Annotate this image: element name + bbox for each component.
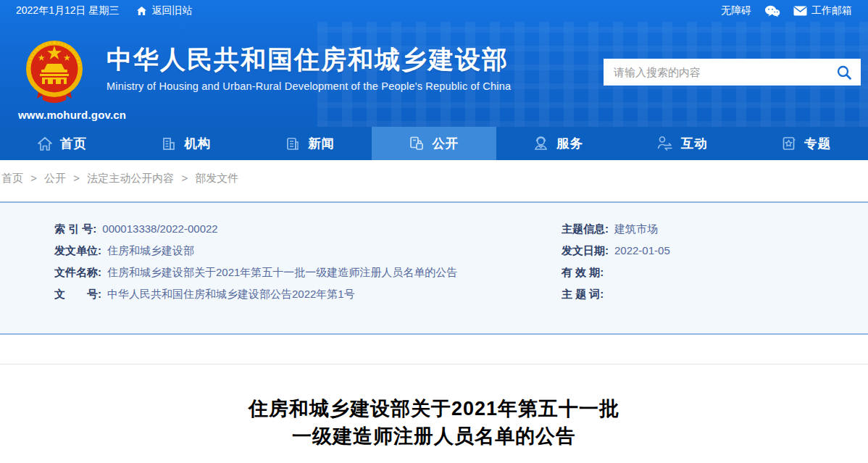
breadcrumb-disclosure[interactable]: 公开 <box>44 172 66 184</box>
breadcrumb-home[interactable]: 首页 <box>1 172 23 184</box>
meta-label: 索 引 号: <box>54 222 96 235</box>
nav-item-news[interactable]: 新闻 <box>248 127 372 160</box>
meta-row-index-number: 索 引 号: 000013338/2022-00022 <box>54 222 562 235</box>
home-glyph-icon <box>136 6 147 16</box>
meta-label: 有 效 期: <box>562 266 604 279</box>
meta-row-subject-words: 主 题 词: <box>562 288 868 301</box>
meta-value: 住房和城乡建设部关于2021年第五十一批一级建造师注册人员名单的公告 <box>107 266 457 279</box>
search-box <box>604 59 861 85</box>
spacer <box>0 335 868 364</box>
document-metadata-box: 索 引 号: 000013338/2022-00022 发文单位: 住房和城乡建… <box>0 201 868 335</box>
site-url: www.mohurd.gov.cn <box>18 109 91 121</box>
wechat-icon[interactable] <box>764 5 780 17</box>
work-mailbox-link[interactable]: 工作邮箱 <box>793 4 852 17</box>
meta-value: 2022-01-05 <box>614 244 670 257</box>
breadcrumb-separator: > <box>181 172 188 184</box>
article-title-line1: 住房和城乡建设部关于2021年第五十一批 <box>0 395 868 422</box>
meta-value: 000013338/2022-00022 <box>102 222 217 235</box>
meta-row-document-number: 文 号: 中华人民共和国住房和城乡建设部公告2022年第1号 <box>54 288 562 301</box>
national-emblem-logo <box>18 39 91 106</box>
breadcrumb-ministry-documents[interactable]: 部发文件 <box>195 172 238 184</box>
search-input[interactable] <box>614 66 836 78</box>
meta-label: 文 号: <box>54 288 101 301</box>
envelope-icon <box>793 6 807 16</box>
meta-row-issue-date: 发文日期: 2022-01-05 <box>562 244 868 257</box>
article-title-line2: 一级建造师注册人员名单的公告 <box>0 422 868 450</box>
current-date: 2022年1月12日 星期三 <box>16 4 119 17</box>
meta-label: 主题信息: <box>562 222 609 235</box>
meta-label: 发文日期: <box>562 244 609 257</box>
nav-item-home[interactable]: 首页 <box>0 127 124 160</box>
topics-icon <box>781 135 797 151</box>
breadcrumb-statutory-disclosure[interactable]: 法定主动公开内容 <box>87 172 174 184</box>
breadcrumb-separator: > <box>30 172 37 184</box>
metadata-right-column: 主题信息: 建筑市场 发文日期: 2022-01-05 有 效 期: 主 题 词… <box>562 222 868 333</box>
nav-item-interaction[interactable]: 互动 <box>620 127 744 160</box>
breadcrumb: 首页 > 公开 > 法定主动公开内容 > 部发文件 <box>0 160 868 201</box>
old-site-link[interactable]: 返回旧站 <box>136 4 192 17</box>
home-icon <box>37 136 53 151</box>
topbar: 2022年1月12日 星期三 返回旧站 无障碍 <box>0 0 868 22</box>
meta-label: 发文单位: <box>54 244 101 257</box>
interaction-icon <box>656 135 674 151</box>
meta-label: 主 题 词: <box>562 288 604 301</box>
main-nav: 首页 机构 新闻 公开 服务 互动 专题 <box>0 127 868 160</box>
site-title: 中华人民共和国住房和城乡建设部 <box>107 45 511 74</box>
article-body: 住房和城乡建设部关于2021年第五十一批 一级建造师注册人员名单的公告 <box>0 364 868 450</box>
meta-row-topic-info: 主题信息: 建筑市场 <box>562 222 868 235</box>
meta-value: 中华人民共和国住房和城乡建设部公告2022年第1号 <box>107 288 355 301</box>
nav-item-disclosure[interactable]: 公开 <box>372 127 496 160</box>
breadcrumb-separator: > <box>73 172 80 184</box>
search-icon[interactable] <box>836 64 852 80</box>
meta-value: 建筑市场 <box>614 222 658 235</box>
accessibility-link[interactable]: 无障碍 <box>721 4 751 17</box>
meta-row-issuing-unit: 发文单位: 住房和城乡建设部 <box>54 244 562 257</box>
nav-item-topics[interactable]: 专题 <box>744 127 868 160</box>
meta-row-validity-period: 有 效 期: <box>562 266 868 279</box>
disclosure-icon <box>409 135 425 151</box>
meta-value: 住房和城乡建设部 <box>107 244 194 257</box>
nav-item-orgs[interactable]: 机构 <box>124 127 248 160</box>
meta-label: 文件名称: <box>54 266 101 279</box>
building-icon <box>161 136 177 151</box>
article-title: 住房和城乡建设部关于2021年第五十一批 一级建造师注册人员名单的公告 <box>0 395 868 450</box>
site-title-english: Ministry of Housing and Urban-Rural Deve… <box>107 80 511 92</box>
site-header: 2022年1月12日 星期三 返回旧站 无障碍 <box>0 0 868 127</box>
meta-row-document-name: 文件名称: 住房和城乡建设部关于2021年第五十一批一级建造师注册人员名单的公告 <box>54 266 562 279</box>
nav-item-services[interactable]: 服务 <box>496 127 620 160</box>
service-icon <box>533 135 549 151</box>
news-icon <box>285 136 301 151</box>
metadata-left-column: 索 引 号: 000013338/2022-00022 发文单位: 住房和城乡建… <box>0 222 562 333</box>
